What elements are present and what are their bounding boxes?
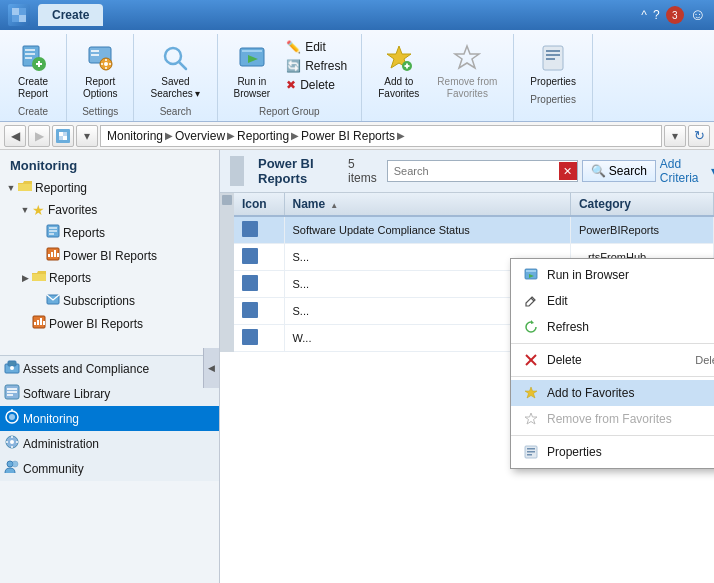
reporting-expand[interactable]: ▼ — [4, 181, 18, 195]
svg-rect-12 — [91, 50, 99, 52]
sidebar-item-power-bi-main[interactable]: Power BI Reports — [14, 312, 219, 335]
add-criteria-arrow: ▾ — [711, 164, 715, 178]
delete-icon: ✖ — [286, 78, 296, 92]
properties-button[interactable]: Properties — [522, 38, 584, 92]
ribbon-group-search: SavedSearches ▾ Search — [134, 34, 217, 121]
svg-point-64 — [9, 414, 15, 420]
ctx-add-to-favorites[interactable]: Add to Favorites — [511, 380, 714, 406]
breadcrumb-expand-button[interactable]: ▾ — [76, 125, 98, 147]
sidebar-item-community[interactable]: Community — [0, 456, 219, 481]
svg-rect-49 — [32, 274, 46, 281]
sidebar-item-reports-fav[interactable]: Reports — [28, 221, 219, 244]
ribbon-group-settings: ReportOptions Settings — [67, 34, 134, 121]
user-icon[interactable]: ☺ — [690, 6, 706, 24]
edit-icon: ✏️ — [286, 40, 301, 54]
breadcrumb-path[interactable]: Monitoring ▶ Overview ▶ Reporting ▶ Powe… — [100, 125, 662, 147]
ctx-run-icon — [523, 267, 539, 283]
breadcrumb-more-button[interactable]: ▾ — [664, 125, 686, 147]
notification-badge: 3 — [666, 6, 684, 24]
forward-button[interactable]: ▶ — [28, 125, 50, 147]
breadcrumb-item-monitoring[interactable]: Monitoring — [107, 129, 163, 143]
report-options-button[interactable]: ReportOptions — [75, 38, 125, 104]
ctx-properties[interactable]: Properties — [511, 439, 714, 465]
power-bi-main-label: Power BI Reports — [49, 317, 143, 331]
breadcrumb-item-reporting[interactable]: Reporting — [237, 129, 289, 143]
search-input[interactable] — [388, 165, 559, 177]
svg-rect-33 — [546, 58, 555, 60]
add-to-favorites-icon — [383, 42, 415, 74]
reports-main-expand[interactable]: ▶ — [18, 271, 32, 285]
reports-main-label: Reports — [49, 271, 91, 285]
title-bar-controls: ^ ? 3 ☺ — [641, 6, 706, 24]
ctx-separator-3 — [511, 435, 714, 436]
add-to-favorites-button[interactable]: Add toFavorites — [370, 38, 427, 104]
row-icon-cell — [234, 216, 284, 244]
sidebar-item-favorites[interactable]: ▼ ★ Favorites — [14, 199, 219, 221]
sidebar-item-administration[interactable]: Administration — [0, 431, 219, 456]
sidebar-item-subscriptions[interactable]: Subscriptions — [28, 289, 219, 312]
search-box[interactable]: ✕ — [387, 160, 578, 182]
sidebar-item-power-bi-fav[interactable]: Power BI Reports — [28, 244, 219, 267]
subscriptions-expand — [32, 294, 46, 308]
help-icon[interactable]: ? — [653, 8, 660, 22]
svg-rect-3 — [19, 15, 26, 22]
sidebar-item-software[interactable]: Software Library — [0, 381, 219, 406]
caret-up-icon[interactable]: ^ — [641, 8, 647, 22]
ctx-delete-icon — [523, 352, 539, 368]
saved-searches-label: SavedSearches ▾ — [150, 76, 200, 100]
sidebar-collapse-button[interactable]: ◀ — [203, 348, 219, 388]
svg-marker-78 — [531, 320, 534, 324]
svg-rect-57 — [8, 361, 16, 366]
col-name[interactable]: Name ▲ — [284, 193, 570, 216]
ctx-remove-fav-label: Remove from Favorites — [547, 412, 672, 426]
svg-rect-85 — [527, 451, 535, 453]
svg-point-73 — [12, 461, 18, 467]
sort-icon: ▲ — [330, 201, 338, 210]
svg-marker-81 — [525, 387, 537, 398]
saved-searches-button[interactable]: SavedSearches ▾ — [142, 38, 208, 104]
ribbon-group-report: Run inBrowser ✏️ Edit 🔄 Refresh ✖ Delete… — [218, 34, 363, 121]
svg-rect-0 — [12, 8, 19, 15]
svg-rect-84 — [527, 448, 535, 450]
sidebar-item-reporting[interactable]: ▼ Reporting — [0, 177, 219, 199]
delete-button[interactable]: ✖ Delete — [280, 76, 353, 94]
edit-button[interactable]: ✏️ Edit — [280, 38, 353, 56]
reports-fav-label: Reports — [63, 226, 105, 240]
ctx-add-fav-icon — [523, 385, 539, 401]
remove-from-favorites-button[interactable]: Remove fromFavorites — [429, 38, 505, 104]
back-button[interactable]: ◀ — [4, 125, 26, 147]
sidebar-item-reports-main[interactable]: ▶ Reports — [14, 267, 219, 289]
svg-rect-5 — [25, 49, 35, 51]
breadcrumb-item-overview[interactable]: Overview — [175, 129, 225, 143]
properties-icon — [537, 42, 569, 74]
reporting-label: Reporting — [35, 181, 87, 195]
run-in-browser-button[interactable]: Run inBrowser — [226, 38, 279, 104]
add-criteria-button[interactable]: Add Criteria ▾ — [660, 157, 714, 185]
search-clear-button[interactable]: ✕ — [559, 162, 577, 180]
search-go-button[interactable]: 🔍 Search — [582, 160, 656, 182]
breadcrumb-refresh-button[interactable]: ↻ — [688, 125, 710, 147]
ctx-edit[interactable]: Edit — [511, 288, 714, 314]
sidebar-item-monitoring[interactable]: Monitoring — [0, 406, 219, 431]
favorites-expand[interactable]: ▼ — [18, 203, 32, 217]
admin-icon — [4, 434, 20, 453]
delete-label: Delete — [300, 78, 335, 92]
ctx-refresh[interactable]: Refresh F5 — [511, 314, 714, 340]
report-options-label: ReportOptions — [83, 76, 117, 100]
ctx-remove-fav-icon — [523, 411, 539, 427]
search-go-label: Search — [609, 164, 647, 178]
ctx-run-in-browser[interactable]: Run in Browser — [511, 262, 714, 288]
svg-rect-75 — [526, 270, 536, 272]
home-tab[interactable]: Create — [38, 4, 103, 26]
table-row[interactable]: Software Update Compliance Status PowerB… — [234, 216, 714, 244]
breadcrumb-arrow-2: ▶ — [227, 130, 235, 141]
refresh-button[interactable]: 🔄 Refresh — [280, 57, 353, 75]
svg-rect-86 — [527, 454, 532, 456]
col-category[interactable]: Category — [570, 193, 713, 216]
home-nav-button[interactable] — [52, 125, 74, 147]
create-report-button[interactable]: CreateReport — [8, 38, 58, 104]
sidebar-item-assets[interactable]: Assets and Compliance — [0, 355, 219, 381]
ctx-delete[interactable]: Delete Delete — [511, 347, 714, 373]
power-bi-fav-label: Power BI Reports — [63, 249, 157, 263]
breadcrumb-item-power-bi[interactable]: Power BI Reports — [301, 129, 395, 143]
